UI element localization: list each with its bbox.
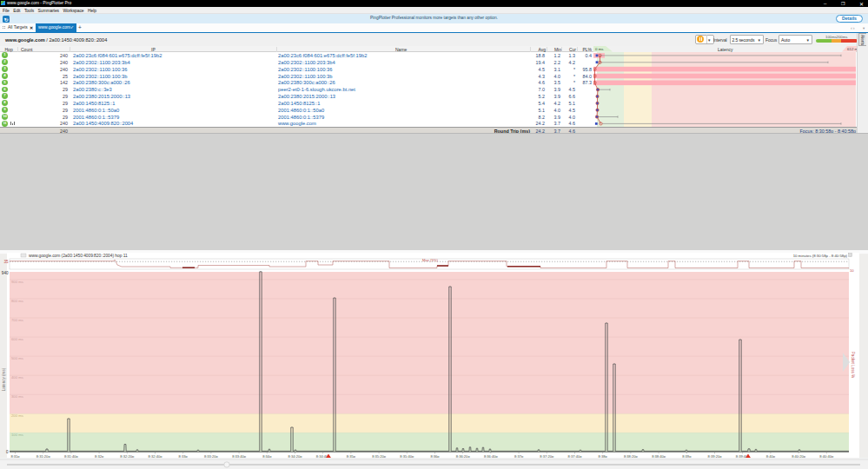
svg-text:8:36:40p: 8:36:40p [484,454,499,459]
svg-text:Latency (ms): Latency (ms) [2,367,6,391]
svg-text:10: 10 [850,268,854,273]
svg-text:8:38p: 8:38p [599,454,608,459]
svg-text:35: 35 [3,260,9,264]
svg-text:Max (5%): Max (5%) [422,258,439,262]
svg-text:8:31:20p: 8:31:20p [36,454,51,459]
svg-text:8:33p: 8:33p [179,454,189,459]
svg-text:8:32:20p: 8:32:20p [120,454,135,459]
svg-text:500 ms: 500 ms [11,356,23,360]
svg-text:8:31p: 8:31p [10,454,20,459]
svg-text:8:35:20p: 8:35:20p [372,454,387,459]
svg-text:8:37:20p: 8:37:20p [540,454,554,459]
svg-text:8:39p: 8:39p [682,454,692,459]
svg-text:8:32:40p: 8:32:40p [149,454,163,459]
svg-text:8:39:20p: 8:39:20p [708,454,723,459]
svg-text:8:40:40p: 8:40:40p [819,454,834,459]
svg-text:8:37p: 8:37p [514,454,524,459]
svg-text:8:35:40p: 8:35:40p [400,454,414,459]
svg-text:8:35p: 8:35p [347,454,356,459]
svg-text:0: 0 [6,450,9,454]
svg-text:8:40:20p: 8:40:20p [792,454,806,459]
svg-text:8:31:40p: 8:31:40p [64,454,79,459]
svg-text:8:34p: 8:34p [262,454,272,459]
svg-text:8:33:40p: 8:33:40p [232,454,247,459]
svg-text:8:36p: 8:36p [430,454,440,459]
svg-text:8:38:40p: 8:38:40p [652,454,666,459]
svg-text:400 ms: 400 ms [11,375,23,380]
svg-text:300 ms: 300 ms [11,394,23,399]
svg-text:8:33:20p: 8:33:20p [204,454,219,459]
svg-text:8:32p: 8:32p [95,454,104,459]
svg-text:8:40p: 8:40p [766,454,776,459]
svg-text:8:36:20p: 8:36:20p [456,454,471,459]
svg-text:8:38:20p: 8:38:20p [624,454,639,459]
svg-text:600 ms: 600 ms [11,337,23,341]
svg-text:200 ms: 200 ms [11,413,23,418]
svg-text:900 ms: 900 ms [11,280,23,284]
svg-text:100 ms: 100 ms [11,433,23,437]
svg-text:940: 940 [2,271,9,275]
svg-text:www.google.com (2a00:1450:4009: www.google.com (2a00:1450:4009:820::2004… [29,254,128,258]
svg-text:8:34:20p: 8:34:20p [288,454,303,459]
svg-text:10 minutes (8:30:58p - 8:40:58: 10 minutes (8:30:58p - 8:40:58p) [793,254,848,258]
svg-text:8:37:40p: 8:37:40p [568,454,583,459]
svg-text:800 ms: 800 ms [11,299,23,303]
svg-text:Packet Loss %: Packet Loss % [851,352,855,378]
svg-text:700 ms: 700 ms [11,318,23,322]
